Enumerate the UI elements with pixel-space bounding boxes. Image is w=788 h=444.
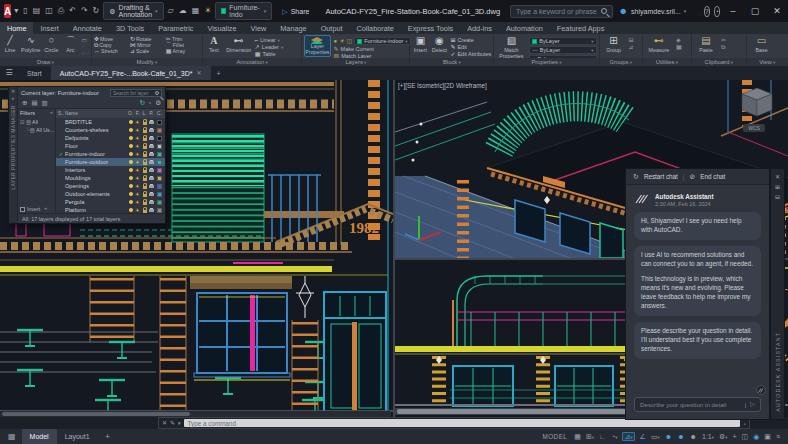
- ribbon-tab-view[interactable]: View: [244, 22, 274, 34]
- clipboard-panel-label[interactable]: Clipboard: [692, 58, 746, 66]
- scrollbar-thumb[interactable]: [2, 412, 190, 416]
- layer-freeze-icon[interactable]: ☀: [135, 143, 139, 149]
- undo-icon[interactable]: ↶: [69, 7, 76, 15]
- annotation-visibility-icon[interactable]: ☻: [665, 433, 672, 440]
- filter-all[interactable]: ⊟ ▤ All: [20, 118, 53, 126]
- layer-search-icon[interactable]: [155, 91, 159, 95]
- layer-plot-icon[interactable]: [149, 185, 154, 188]
- layer-plot-icon[interactable]: [149, 177, 154, 180]
- isodraft-icon[interactable]: ⊿▾: [622, 432, 634, 442]
- annotation-scale-value[interactable]: 1:1▾: [702, 433, 714, 441]
- collapse-filters-icon[interactable]: «: [50, 110, 53, 116]
- layer-lock-icon[interactable]: [143, 122, 147, 125]
- search-icon[interactable]: [601, 8, 607, 14]
- object-snap-icon[interactable]: ▭▾: [651, 433, 660, 441]
- new-layer-icon[interactable]: ⊕: [22, 100, 27, 107]
- ribbon-tab-manage[interactable]: Manage: [273, 22, 313, 34]
- cloud-icon[interactable]: ☁: [179, 7, 187, 15]
- autodesk-logo-icon[interactable]: [699, 7, 700, 16]
- layer-row[interactable]: Outdoor-elements☀: [56, 190, 165, 198]
- strip-properties-icon[interactable]: ⊟: [775, 192, 780, 202]
- palette-autohide-icon[interactable]: «: [12, 95, 15, 102]
- layer-settings-icon[interactable]: ⚙: [155, 100, 161, 107]
- layer-plot-icon[interactable]: [149, 153, 154, 156]
- layout1-tab[interactable]: Layout1: [57, 429, 98, 444]
- layer-color-swatch[interactable]: [157, 120, 162, 125]
- end-chat-icon[interactable]: ⊘: [689, 173, 695, 180]
- make-current-button[interactable]: ✎Make Current: [334, 46, 411, 52]
- customization-icon[interactable]: ≡: [776, 433, 780, 440]
- layer-row[interactable]: Floor☀: [56, 142, 165, 150]
- send-icon[interactable]: ▷: [750, 401, 755, 407]
- ribbon-tab-annotate[interactable]: Annotate: [66, 22, 109, 34]
- layer-plot-icon[interactable]: [149, 201, 154, 204]
- layer-on-icon[interactable]: ●: [334, 38, 338, 44]
- table-tool[interactable]: ▦Table: [255, 51, 283, 57]
- minimize-button[interactable]: –: [722, 0, 744, 22]
- layer-lock-icon[interactable]: [143, 154, 147, 157]
- layer-plot-icon[interactable]: [149, 209, 154, 212]
- share-button[interactable]: ▷ Share: [282, 8, 309, 15]
- layer-on-icon[interactable]: [129, 192, 133, 196]
- quick-select-icon[interactable]: ◈: [676, 37, 682, 43]
- layer-color-swatch[interactable]: [157, 200, 162, 205]
- block-panel-label[interactable]: Block: [410, 58, 493, 66]
- leader-tool[interactable]: ↗Leader ▾: [255, 44, 283, 50]
- customize-command-icon[interactable]: ✎: [170, 420, 175, 426]
- measure-tool[interactable]: ⊷Measure: [645, 35, 673, 54]
- autocad-logo-icon[interactable]: A: [4, 4, 11, 18]
- new-file-icon[interactable]: ▯: [23, 7, 27, 15]
- linear-tool[interactable]: ⌐Linear ▾: [255, 37, 283, 43]
- refresh-icon[interactable]: ↻: [93, 7, 100, 15]
- quick-calc-icon[interactable]: ▦: [676, 44, 682, 50]
- ribbon-tab-featured-apps[interactable]: Featured Apps: [550, 22, 611, 34]
- create-block-tool[interactable]: ⊞Create: [450, 37, 491, 43]
- layer-lock-icon[interactable]: [143, 178, 147, 181]
- command-input[interactable]: Type a command: [184, 419, 741, 427]
- layer-lock-icon[interactable]: [143, 138, 147, 141]
- array-tool[interactable]: ▦Array: [166, 48, 200, 54]
- cart-icon[interactable]: [694, 6, 695, 16]
- snap-mode-icon[interactable]: ⊞▾: [586, 433, 594, 441]
- assistant-bot-icon[interactable]: [756, 385, 766, 395]
- layer-freeze-icon[interactable]: ☀: [135, 151, 139, 157]
- layer-on-icon[interactable]: [129, 120, 133, 124]
- workspace-switch-icon[interactable]: ⚙▾: [719, 433, 728, 441]
- layer-color-swatch[interactable]: [157, 208, 162, 213]
- dimension-tool[interactable]: ⊷ Dimension: [226, 35, 252, 54]
- layer-plot-icon[interactable]: [149, 145, 154, 148]
- edit-block-tool[interactable]: ✎Edit: [450, 44, 491, 50]
- close-command-icon[interactable]: ✕: [162, 420, 167, 426]
- ungroup-icon[interactable]: ⊟: [629, 37, 634, 43]
- clean-screen-icon[interactable]: ▣: [764, 433, 771, 440]
- layer-lock-icon[interactable]: [143, 194, 147, 197]
- groups-panel-label[interactable]: Groups: [600, 58, 642, 66]
- invert-checkbox[interactable]: [20, 207, 25, 212]
- sun-icon[interactable]: ☀: [204, 7, 211, 15]
- invert-filter[interactable]: Invert «: [20, 206, 53, 212]
- layer-color-swatch[interactable]: [157, 184, 162, 189]
- layer-lock-icon[interactable]: [143, 186, 147, 189]
- layer-plot-icon[interactable]: [149, 161, 154, 164]
- layer-row[interactable]: ✓Furniture-indoor☀: [56, 150, 165, 158]
- color-dropdown[interactable]: ByLayer▾: [529, 37, 596, 45]
- layer-freeze-icon[interactable]: ☀: [135, 199, 139, 205]
- new-layout-button[interactable]: +: [98, 429, 118, 444]
- layer-lock-icon[interactable]: [143, 162, 147, 165]
- filter-all-used[interactable]: └▤ All Us...: [20, 126, 53, 134]
- group-tool[interactable]: ⊞Group: [602, 35, 626, 54]
- base-view-tool[interactable]: ▭Base: [749, 35, 775, 54]
- layer-row[interactable]: Openings☀: [56, 182, 165, 190]
- redo-icon[interactable]: ↷: [81, 7, 88, 15]
- layer-row[interactable]: Furniture-outdoor☀: [56, 158, 165, 166]
- layer-row[interactable]: Counters-shelves☀: [56, 126, 165, 134]
- maximize-button[interactable]: ▢: [744, 0, 766, 22]
- chat-input[interactable]: Describe your question in detail | ▷: [634, 397, 761, 412]
- layer-plot-icon[interactable]: [149, 193, 154, 196]
- cut-icon[interactable]: ✂: [721, 37, 726, 43]
- file-tabs-menu-icon[interactable]: ☰: [0, 66, 18, 80]
- text-tool[interactable]: A Text: [205, 35, 223, 54]
- layer-freeze-icon[interactable]: ☀: [135, 119, 139, 125]
- close-tab-icon[interactable]: ✕: [196, 70, 201, 76]
- layer-freeze-icon[interactable]: ☀: [135, 167, 139, 173]
